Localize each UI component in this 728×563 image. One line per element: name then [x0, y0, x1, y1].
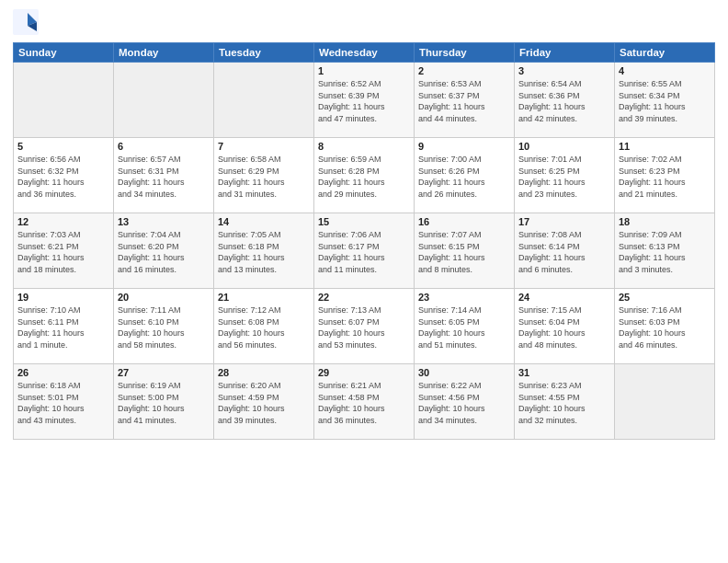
logo [13, 9, 42, 35]
calendar-week-row: 1Sunrise: 6:52 AM Sunset: 6:39 PM Daylig… [14, 63, 715, 138]
day-number: 14 [218, 216, 310, 227]
day-info: Sunrise: 6:58 AM Sunset: 6:29 PM Dayligh… [218, 154, 310, 200]
calendar-header-row: SundayMondayTuesdayWednesdayThursdayFrid… [14, 43, 715, 63]
day-number: 24 [518, 292, 610, 303]
calendar-cell: 3Sunrise: 6:54 AM Sunset: 6:36 PM Daylig… [515, 63, 615, 138]
day-of-week-header: Thursday [415, 43, 515, 63]
day-number: 9 [418, 141, 510, 152]
day-number: 18 [619, 216, 711, 227]
day-info: Sunrise: 6:19 AM Sunset: 5:00 PM Dayligh… [118, 380, 210, 426]
calendar-cell: 13Sunrise: 7:04 AM Sunset: 6:20 PM Dayli… [114, 213, 214, 289]
day-info: Sunrise: 6:22 AM Sunset: 4:56 PM Dayligh… [418, 380, 510, 426]
day-number: 2 [418, 65, 510, 76]
calendar-cell: 9Sunrise: 7:00 AM Sunset: 6:26 PM Daylig… [415, 138, 515, 213]
calendar-cell: 7Sunrise: 6:58 AM Sunset: 6:29 PM Daylig… [214, 138, 314, 213]
day-number: 11 [619, 141, 711, 152]
day-info: Sunrise: 7:11 AM Sunset: 6:10 PM Dayligh… [118, 304, 210, 350]
calendar-cell: 17Sunrise: 7:08 AM Sunset: 6:14 PM Dayli… [515, 213, 615, 289]
day-of-week-header: Monday [114, 43, 214, 63]
calendar-week-row: 5Sunrise: 6:56 AM Sunset: 6:32 PM Daylig… [14, 138, 715, 213]
day-number: 28 [218, 367, 310, 378]
day-number: 12 [17, 216, 109, 227]
day-number: 22 [318, 292, 410, 303]
header [13, 9, 715, 35]
day-number: 21 [218, 292, 310, 303]
day-info: Sunrise: 6:55 AM Sunset: 6:34 PM Dayligh… [619, 78, 711, 124]
calendar-cell [14, 63, 114, 138]
calendar-cell: 14Sunrise: 7:05 AM Sunset: 6:18 PM Dayli… [214, 213, 314, 289]
day-number: 13 [118, 216, 210, 227]
day-number: 29 [318, 367, 410, 378]
calendar-week-row: 19Sunrise: 7:10 AM Sunset: 6:11 PM Dayli… [14, 289, 715, 364]
calendar-cell: 19Sunrise: 7:10 AM Sunset: 6:11 PM Dayli… [14, 289, 114, 364]
day-info: Sunrise: 6:53 AM Sunset: 6:37 PM Dayligh… [418, 78, 510, 124]
day-info: Sunrise: 7:07 AM Sunset: 6:15 PM Dayligh… [418, 229, 510, 275]
calendar-cell: 28Sunrise: 6:20 AM Sunset: 4:59 PM Dayli… [214, 364, 314, 440]
calendar-cell: 31Sunrise: 6:23 AM Sunset: 4:55 PM Dayli… [515, 364, 615, 440]
day-number: 1 [318, 65, 410, 76]
calendar-cell: 6Sunrise: 6:57 AM Sunset: 6:31 PM Daylig… [114, 138, 214, 213]
day-info: Sunrise: 7:10 AM Sunset: 6:11 PM Dayligh… [17, 304, 109, 350]
calendar-table: SundayMondayTuesdayWednesdayThursdayFrid… [13, 42, 715, 440]
day-info: Sunrise: 6:59 AM Sunset: 6:28 PM Dayligh… [318, 154, 410, 200]
calendar-cell: 1Sunrise: 6:52 AM Sunset: 6:39 PM Daylig… [314, 63, 415, 138]
day-number: 26 [17, 367, 109, 378]
day-of-week-header: Wednesday [314, 43, 415, 63]
calendar-cell: 2Sunrise: 6:53 AM Sunset: 6:37 PM Daylig… [415, 63, 515, 138]
calendar-cell: 4Sunrise: 6:55 AM Sunset: 6:34 PM Daylig… [615, 63, 715, 138]
day-of-week-header: Friday [515, 43, 615, 63]
calendar-cell: 11Sunrise: 7:02 AM Sunset: 6:23 PM Dayli… [615, 138, 715, 213]
day-info: Sunrise: 6:23 AM Sunset: 4:55 PM Dayligh… [518, 380, 610, 426]
day-info: Sunrise: 7:09 AM Sunset: 6:13 PM Dayligh… [619, 229, 711, 275]
day-of-week-header: Sunday [14, 43, 114, 63]
day-number: 7 [218, 141, 310, 152]
day-info: Sunrise: 7:04 AM Sunset: 6:20 PM Dayligh… [118, 229, 210, 275]
calendar-cell: 5Sunrise: 6:56 AM Sunset: 6:32 PM Daylig… [14, 138, 114, 213]
day-info: Sunrise: 7:14 AM Sunset: 6:05 PM Dayligh… [418, 304, 510, 350]
day-number: 3 [518, 65, 610, 76]
day-number: 31 [518, 367, 610, 378]
calendar-cell: 12Sunrise: 7:03 AM Sunset: 6:21 PM Dayli… [14, 213, 114, 289]
day-number: 30 [418, 367, 510, 378]
calendar-cell: 24Sunrise: 7:15 AM Sunset: 6:04 PM Dayli… [515, 289, 615, 364]
calendar-cell: 26Sunrise: 6:18 AM Sunset: 5:01 PM Dayli… [14, 364, 114, 440]
day-of-week-header: Tuesday [214, 43, 314, 63]
day-info: Sunrise: 7:13 AM Sunset: 6:07 PM Dayligh… [318, 304, 410, 350]
calendar-cell: 15Sunrise: 7:06 AM Sunset: 6:17 PM Dayli… [314, 213, 415, 289]
calendar-cell: 25Sunrise: 7:16 AM Sunset: 6:03 PM Dayli… [615, 289, 715, 364]
day-info: Sunrise: 7:06 AM Sunset: 6:17 PM Dayligh… [318, 229, 410, 275]
calendar-cell: 22Sunrise: 7:13 AM Sunset: 6:07 PM Dayli… [314, 289, 415, 364]
day-number: 5 [17, 141, 109, 152]
day-info: Sunrise: 7:01 AM Sunset: 6:25 PM Dayligh… [518, 154, 610, 200]
day-number: 15 [318, 216, 410, 227]
calendar-week-row: 26Sunrise: 6:18 AM Sunset: 5:01 PM Dayli… [14, 364, 715, 440]
day-number: 17 [518, 216, 610, 227]
day-number: 23 [418, 292, 510, 303]
day-number: 20 [118, 292, 210, 303]
page: SundayMondayTuesdayWednesdayThursdayFrid… [0, 0, 728, 563]
calendar-cell: 29Sunrise: 6:21 AM Sunset: 4:58 PM Dayli… [314, 364, 415, 440]
calendar-cell [615, 364, 715, 440]
day-info: Sunrise: 7:02 AM Sunset: 6:23 PM Dayligh… [619, 154, 711, 200]
day-number: 27 [118, 367, 210, 378]
day-number: 16 [418, 216, 510, 227]
calendar-cell: 30Sunrise: 6:22 AM Sunset: 4:56 PM Dayli… [415, 364, 515, 440]
day-of-week-header: Saturday [615, 43, 715, 63]
day-number: 25 [619, 292, 711, 303]
day-info: Sunrise: 6:20 AM Sunset: 4:59 PM Dayligh… [218, 380, 310, 426]
day-info: Sunrise: 6:56 AM Sunset: 6:32 PM Dayligh… [17, 154, 109, 200]
day-number: 6 [118, 141, 210, 152]
calendar-cell: 27Sunrise: 6:19 AM Sunset: 5:00 PM Dayli… [114, 364, 214, 440]
day-info: Sunrise: 7:16 AM Sunset: 6:03 PM Dayligh… [619, 304, 711, 350]
day-info: Sunrise: 7:08 AM Sunset: 6:14 PM Dayligh… [518, 229, 610, 275]
day-number: 10 [518, 141, 610, 152]
calendar-cell: 16Sunrise: 7:07 AM Sunset: 6:15 PM Dayli… [415, 213, 515, 289]
day-info: Sunrise: 7:05 AM Sunset: 6:18 PM Dayligh… [218, 229, 310, 275]
calendar-cell: 23Sunrise: 7:14 AM Sunset: 6:05 PM Dayli… [415, 289, 515, 364]
day-info: Sunrise: 6:52 AM Sunset: 6:39 PM Dayligh… [318, 78, 410, 124]
day-info: Sunrise: 6:54 AM Sunset: 6:36 PM Dayligh… [518, 78, 610, 124]
calendar-cell [214, 63, 314, 138]
day-info: Sunrise: 7:12 AM Sunset: 6:08 PM Dayligh… [218, 304, 310, 350]
calendar-cell [114, 63, 214, 138]
day-info: Sunrise: 7:15 AM Sunset: 6:04 PM Dayligh… [518, 304, 610, 350]
